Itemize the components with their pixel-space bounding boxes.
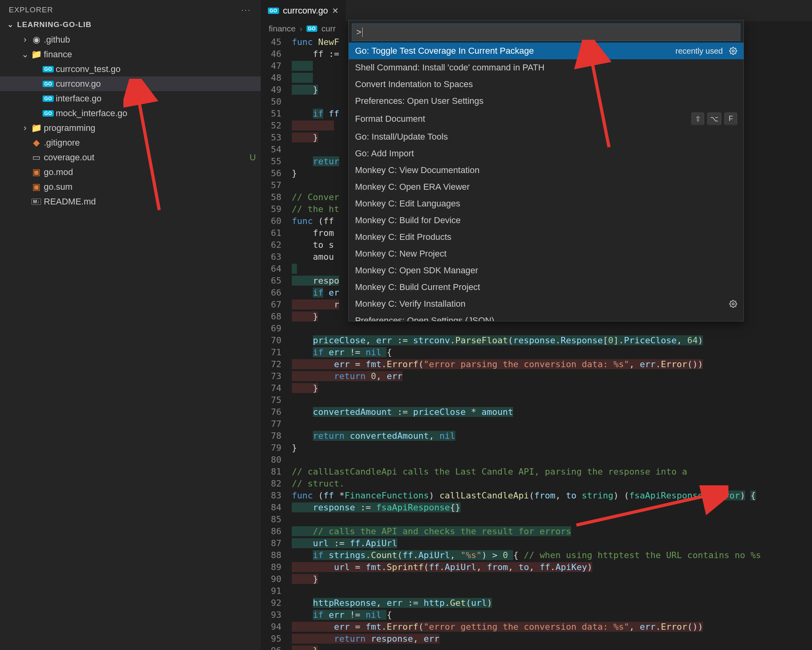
palette-item-label: Format Document	[355, 114, 425, 124]
gomod-icon: ▣	[32, 167, 41, 177]
folder-icon: 📁	[31, 49, 42, 60]
palette-item-label: Monkey C: Verify Installation	[355, 299, 466, 309]
file-tree: ›◉.github⌄📁financeGOcurrconv_test.goGOcu…	[0, 31, 261, 650]
chevron-right-icon: ›	[20, 35, 30, 45]
explorer-sidebar: EXPLORER ··· ⌄ LEARNING-GO-LIB ›◉.github…	[0, 0, 261, 650]
github-icon: ◉	[33, 35, 40, 45]
tab-bar: GO currconv.go ✕	[261, 0, 812, 21]
breadcrumb-folder[interactable]: finance	[269, 24, 296, 33]
tab-label: currconv.go	[283, 6, 328, 16]
keyboard-shortcut: ⇧⌥F	[691, 113, 737, 125]
folder-icon: 📁	[31, 123, 42, 133]
tree-item[interactable]: GOmock_interface.go	[0, 106, 261, 121]
palette-item[interactable]: Monkey C: Build Current Project	[349, 279, 744, 296]
palette-item-label: Monkey C: Open ERA Viewer	[355, 182, 470, 192]
palette-item-label: Monkey C: Edit Products	[355, 232, 451, 242]
palette-item[interactable]: Monkey C: Build for Device	[349, 212, 744, 229]
tree-item[interactable]: GOcurrconv_test.go	[0, 62, 261, 76]
palette-item[interactable]: Go: Toggle Test Coverage In Current Pack…	[349, 43, 744, 59]
tree-item[interactable]: M↓README.md	[0, 194, 261, 209]
tree-item[interactable]: ▭coverage.outU	[0, 150, 261, 165]
project-name: LEARNING-GO-LIB	[17, 20, 92, 29]
palette-item-label: Preferences: Open User Settings	[355, 96, 484, 106]
go-icon: GO	[43, 110, 54, 117]
tree-item-label: go.mod	[44, 167, 261, 177]
tree-item[interactable]: ⌄📁finance	[0, 47, 261, 62]
palette-item[interactable]: Monkey C: Edit Products	[349, 229, 744, 245]
file-icon: ▭	[32, 152, 41, 163]
go-icon: GO	[43, 95, 54, 102]
git-status: U	[245, 152, 261, 163]
palette-item[interactable]: Preferences: Open User Settings	[349, 93, 744, 109]
tree-item-label: interface.go	[56, 93, 261, 104]
tree-item-label: README.md	[44, 197, 261, 207]
tree-item[interactable]: GOinterface.go	[0, 91, 261, 106]
palette-item-label: Monkey C: New Project	[355, 249, 447, 259]
tree-item-label: currconv_test.go	[56, 64, 261, 74]
tree-item-label: programming	[44, 123, 261, 133]
tab-currconv[interactable]: GO currconv.go ✕	[261, 0, 346, 21]
palette-item-label: Go: Install/Update Tools	[355, 132, 448, 142]
palette-item-label: Convert Indentation to Spaces	[355, 79, 473, 90]
explorer-title: EXPLORER	[9, 6, 53, 14]
palette-prompt: >	[356, 27, 361, 37]
svg-point-0	[732, 50, 734, 52]
palette-item[interactable]: Monkey C: Open SDK Manager	[349, 262, 744, 279]
tree-item[interactable]: ›◉.github	[0, 32, 261, 47]
palette-item[interactable]: Go: Install/Update Tools	[349, 128, 744, 145]
chevron-down-icon: ⌄	[7, 20, 14, 29]
go-icon: GO	[43, 81, 54, 87]
palette-item-label: Monkey C: Build Current Project	[355, 282, 480, 292]
markdown-icon: M↓	[31, 199, 41, 205]
palette-item-label: Go: Toggle Test Coverage In Current Pack…	[355, 46, 534, 56]
palette-item-label: Monkey C: View Documentation	[355, 165, 480, 175]
palette-item-label: Monkey C: Build for Device	[355, 215, 461, 226]
tree-item[interactable]: ▣go.mod	[0, 165, 261, 179]
command-palette-input[interactable]: >	[352, 23, 740, 41]
palette-item-label: Preferences: Open Settings (JSON)	[355, 315, 494, 321]
tree-item[interactable]: ▣go.sum	[0, 179, 261, 194]
palette-item-label: Go: Add Import	[355, 148, 414, 159]
palette-item[interactable]: Go: Add Import	[349, 145, 744, 162]
close-icon[interactable]: ✕	[332, 6, 339, 16]
go-icon: GO	[268, 8, 279, 14]
palette-item-label: Shell Command: Install 'code' command in…	[355, 62, 545, 73]
svg-point-1	[732, 303, 734, 305]
tree-item[interactable]: ◆.gitignore	[0, 135, 261, 150]
chevron-right-icon: ›	[300, 24, 303, 33]
palette-item[interactable]: Monkey C: Verify Installation	[349, 296, 744, 312]
gear-icon[interactable]	[729, 300, 737, 308]
palette-item[interactable]: Monkey C: View Documentation	[349, 162, 744, 179]
tree-item-label: finance	[44, 49, 261, 60]
tree-item[interactable]: ›📁programming	[0, 121, 261, 135]
palette-item[interactable]: Format Document⇧⌥F	[349, 109, 744, 128]
palette-item[interactable]: Shell Command: Install 'code' command in…	[349, 59, 744, 76]
more-icon[interactable]: ···	[241, 6, 251, 14]
tree-item-label: go.sum	[44, 182, 261, 192]
project-root[interactable]: ⌄ LEARNING-GO-LIB	[0, 18, 261, 31]
tree-item-label: mock_interface.go	[56, 108, 261, 119]
palette-item-label: Monkey C: Open SDK Manager	[355, 265, 478, 276]
tree-item-label: coverage.out	[44, 152, 245, 163]
gear-icon[interactable]	[729, 47, 737, 55]
palette-item-label: Monkey C: Edit Languages	[355, 199, 460, 209]
palette-item[interactable]: Preferences: Open Settings (JSON)	[349, 312, 744, 321]
palette-item[interactable]: Monkey C: Open ERA Viewer	[349, 179, 744, 195]
chevron-down-icon: ⌄	[20, 49, 30, 60]
git-icon: ◆	[33, 138, 40, 148]
tree-item-label: currconv.go	[56, 79, 261, 89]
tree-item-label: .gitignore	[44, 138, 261, 148]
palette-item[interactable]: Monkey C: New Project	[349, 245, 744, 262]
recently-used-label: recently used	[675, 47, 723, 56]
gomod-icon: ▣	[32, 182, 41, 192]
palette-item[interactable]: Convert Indentation to Spaces	[349, 76, 744, 93]
command-palette: > Go: Toggle Test Coverage In Current Pa…	[348, 20, 744, 321]
go-icon: GO	[306, 25, 318, 32]
breadcrumb-file[interactable]: curr	[321, 24, 336, 33]
palette-item[interactable]: Monkey C: Edit Languages	[349, 195, 744, 212]
chevron-right-icon: ›	[20, 123, 30, 133]
tree-item[interactable]: GOcurrconv.go	[0, 76, 261, 91]
go-icon: GO	[43, 66, 54, 72]
tree-item-label: .github	[44, 35, 261, 45]
